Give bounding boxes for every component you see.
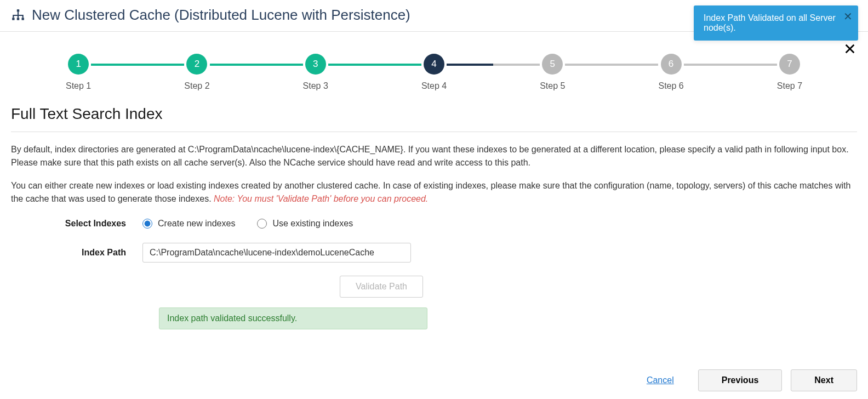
use-existing-label: Use existing indexes	[272, 219, 353, 229]
description-2-text: You can either create new indexes or loa…	[11, 181, 850, 203]
svg-rect-2	[17, 18, 19, 20]
svg-rect-0	[17, 9, 19, 12]
step-3-label: Step 3	[303, 81, 328, 91]
connector-2-3	[210, 64, 303, 66]
description-paragraph-1: By default, index directories are genera…	[0, 143, 868, 169]
cluster-icon	[11, 8, 25, 22]
use-existing-radio[interactable]	[257, 219, 267, 229]
validate-row: Validate Path	[0, 273, 868, 300]
section-divider	[11, 132, 857, 132]
step-1: 1 Step 1	[66, 54, 91, 91]
validate-note: Note: You must 'Validate Path' before yo…	[214, 194, 428, 203]
connector-1-2	[91, 64, 184, 66]
validate-path-button[interactable]: Validate Path	[340, 276, 423, 298]
step-7-circle: 7	[779, 54, 800, 75]
svg-rect-1	[12, 18, 14, 20]
step-1-circle: 1	[68, 54, 89, 75]
step-7: 7 Step 7	[777, 54, 802, 91]
step-6: 6 Step 6	[658, 54, 683, 91]
step-2-label: Step 2	[184, 81, 209, 91]
page-title: New Clustered Cache (Distributed Lucene …	[32, 7, 410, 24]
toast-close-button[interactable]: ✕	[843, 11, 853, 22]
step-3: 3 Step 3	[303, 54, 328, 91]
step-2-circle: 2	[186, 54, 207, 75]
step-2: 2 Step 2	[184, 54, 209, 91]
select-indexes-label: Select Indexes	[11, 219, 142, 229]
connector-4-5	[447, 64, 540, 66]
step-3-circle: 3	[305, 54, 326, 75]
connector-3-4	[328, 64, 421, 66]
wizard-stepper: 1 Step 1 2 Step 2 3 Step 3 4 Step 4 5 St…	[0, 32, 868, 102]
description-paragraph-2: You can either create new indexes or loa…	[0, 179, 868, 206]
svg-rect-3	[22, 18, 24, 20]
index-path-label: Index Path	[11, 248, 142, 258]
step-7-label: Step 7	[777, 81, 802, 91]
create-new-option[interactable]: Create new indexes	[142, 219, 235, 229]
index-mode-radio-group: Create new indexes Use existing indexes	[142, 219, 353, 229]
index-path-row: Index Path	[0, 240, 868, 266]
use-existing-option[interactable]: Use existing indexes	[257, 219, 353, 229]
step-5: 5 Step 5	[540, 54, 565, 91]
validation-success-message: Index path validated successfully.	[159, 307, 427, 329]
step-4: 4 Step 4	[421, 54, 447, 91]
create-new-radio[interactable]	[142, 219, 152, 229]
step-6-label: Step 6	[658, 81, 683, 91]
step-5-circle: 5	[542, 54, 563, 75]
create-new-label: Create new indexes	[158, 219, 235, 229]
section-heading: Full Text Search Index	[0, 102, 868, 129]
toast-message: Index Path Validated on all Server node(…	[704, 13, 836, 32]
step-1-label: Step 1	[66, 81, 91, 91]
connector-5-6	[565, 64, 658, 66]
step-6-circle: 6	[661, 54, 682, 75]
step-4-label: Step 4	[421, 81, 447, 91]
index-path-input[interactable]	[142, 243, 411, 263]
step-4-circle: 4	[424, 54, 444, 75]
step-5-label: Step 5	[540, 81, 565, 91]
select-indexes-row: Select Indexes Create new indexes Use ex…	[0, 215, 868, 232]
connector-6-7	[684, 64, 777, 66]
